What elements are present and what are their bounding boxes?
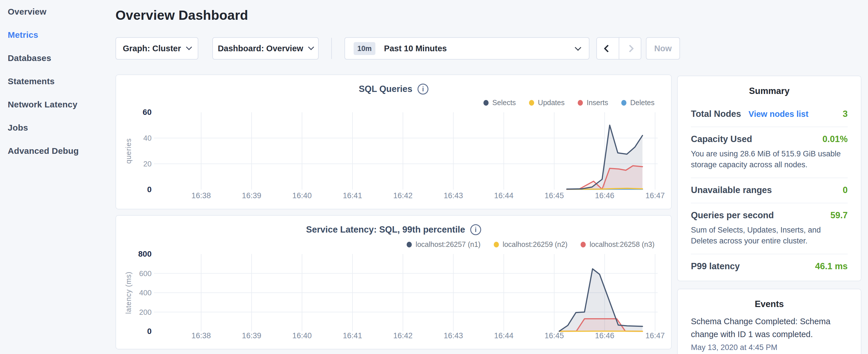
svg-text:16:40: 16:40 [292, 331, 312, 340]
svg-text:0: 0 [147, 327, 152, 336]
sidebar-item-network-latency[interactable]: Network Latency [0, 93, 109, 116]
svg-text:16:43: 16:43 [443, 331, 463, 340]
svg-text:800: 800 [138, 250, 152, 258]
svg-text:16:46: 16:46 [595, 331, 614, 340]
summary-row-label: P99 latency [691, 261, 740, 271]
svg-text:16:46: 16:46 [595, 191, 614, 200]
summary-row-total-nodes: Total NodesView nodes list3 [691, 102, 848, 127]
graph-dropdown[interactable]: Graph: Cluster [116, 37, 198, 60]
summary-row-queries-per-second: Queries per second59.7Sum of Selects, Up… [691, 203, 848, 254]
chevron-down-icon [575, 44, 582, 51]
time-forward-button[interactable] [619, 38, 641, 59]
summary-row-head: Unavailable ranges0 [691, 185, 848, 195]
sidebar-item-databases[interactable]: Databases [0, 46, 109, 70]
svg-text:queries: queries [124, 138, 132, 164]
svg-text:16:39: 16:39 [242, 331, 261, 340]
events-title: Events [678, 299, 861, 309]
summary-row-p99-latency: P99 latency46.1 ms [691, 254, 848, 279]
summary-row-label: Unavailable ranges [691, 185, 772, 195]
page-title: Overview Dashboard [116, 7, 248, 23]
svg-text:16:38: 16:38 [191, 331, 211, 340]
summary-row-desc: You are using 28.6 MiB of 515.9 GiB usab… [691, 148, 848, 170]
dashboard-dropdown-label: Dashboard: Overview [218, 44, 303, 53]
summary-row-head: Capacity Used0.01% [691, 134, 848, 144]
svg-text:16:41: 16:41 [343, 191, 362, 200]
graph-dropdown-label: Graph: Cluster [123, 44, 181, 53]
summary-row-label: Total Nodes [691, 109, 741, 119]
summary-row-unavailable-ranges: Unavailable ranges0 [691, 178, 848, 203]
summary-row-value: 0.01% [823, 134, 848, 144]
sidebar-item-overview[interactable]: Overview [0, 0, 109, 23]
svg-text:16:39: 16:39 [242, 191, 261, 200]
summary-row-label: Capacity Used [691, 134, 752, 144]
time-nav-button-group [596, 37, 641, 60]
summary-title: Summary [678, 86, 861, 96]
chevron-left-icon [604, 45, 612, 53]
sidebar-item-advanced-debug[interactable]: Advanced Debug [0, 139, 109, 162]
summary-row-value: 59.7 [831, 210, 848, 221]
summary-panel: Summary Total NodesView nodes list3Capac… [677, 75, 861, 281]
svg-text:40: 40 [143, 134, 152, 142]
svg-text:16:44: 16:44 [494, 191, 514, 200]
event-text: Schema Change Completed: Schema change w… [691, 315, 848, 341]
toolbar-divider [331, 38, 332, 59]
svg-text:16:40: 16:40 [292, 191, 312, 200]
sidebar-item-jobs[interactable]: Jobs [0, 116, 109, 139]
summary-row-label: Queries per second [691, 210, 774, 221]
summary-row-desc: Sum of Selects, Updates, Inserts, and De… [691, 225, 848, 246]
summary-row-value: 46.1 ms [815, 261, 848, 271]
summary-row-head: Total NodesView nodes list3 [691, 109, 848, 119]
chevron-right-icon [626, 45, 634, 53]
chart-svg-1[interactable]: 16:3816:3916:4016:4116:4216:4316:4416:45… [116, 216, 671, 349]
svg-text:16:45: 16:45 [545, 331, 564, 340]
sidebar-item-statements[interactable]: Statements [0, 70, 109, 93]
sidebar-nav: OverviewMetricsDatabasesStatementsNetwor… [0, 0, 109, 162]
chart-svg-0[interactable]: 16:3816:3916:4016:4116:4216:4316:4416:45… [116, 75, 671, 209]
svg-text:16:47: 16:47 [645, 191, 665, 200]
svg-text:600: 600 [139, 269, 152, 278]
svg-text:16:42: 16:42 [393, 331, 413, 340]
svg-text:latency (ms): latency (ms) [124, 271, 132, 314]
svg-text:16:42: 16:42 [393, 191, 413, 200]
sidebar-item-metrics[interactable]: Metrics [0, 23, 109, 46]
summary-row-value: 3 [843, 109, 848, 119]
event-item[interactable]: Schema Change Completed: Schema change w… [691, 315, 848, 352]
svg-text:60: 60 [143, 108, 152, 117]
time-range-badge: 10m [353, 42, 375, 55]
dashboard-dropdown[interactable]: Dashboard: Overview [212, 37, 319, 60]
summary-row-value: 0 [843, 185, 848, 195]
svg-text:16:45: 16:45 [545, 191, 564, 200]
summary-row-head: P99 latency46.1 ms [691, 261, 848, 271]
svg-text:16:47: 16:47 [645, 331, 665, 340]
event-timestamp: May 13, 2020 at 4:45 PM [691, 343, 848, 352]
svg-text:16:41: 16:41 [343, 331, 362, 340]
summary-row-head: Queries per second59.7 [691, 210, 848, 221]
svg-text:16:38: 16:38 [191, 191, 211, 200]
svg-text:400: 400 [139, 288, 152, 297]
summary-rows: Total NodesView nodes list3Capacity Used… [678, 102, 861, 279]
svg-text:200: 200 [139, 308, 152, 317]
chevron-down-icon [186, 44, 192, 50]
svg-text:20: 20 [143, 160, 152, 168]
events-panel: Events Schema Change Completed: Schema c… [677, 289, 861, 354]
svg-text:0: 0 [147, 185, 152, 194]
svg-text:16:43: 16:43 [443, 191, 463, 200]
time-range-dropdown[interactable]: 10m Past 10 Minutes [344, 37, 589, 60]
chevron-down-icon [308, 44, 314, 50]
service-latency-chart-card: Service Latency: SQL, 99th percentile i … [116, 215, 672, 349]
view-nodes-link[interactable]: View nodes list [748, 109, 808, 119]
sql-queries-chart-card: SQL Queries i SelectsUpdatesInsertsDelet… [116, 74, 672, 210]
svg-text:16:44: 16:44 [494, 331, 514, 340]
summary-row-capacity-used: Capacity Used0.01%You are using 28.6 MiB… [691, 127, 848, 178]
time-back-button[interactable] [597, 38, 619, 59]
time-range-label: Past 10 Minutes [384, 44, 447, 53]
events-list: Schema Change Completed: Schema change w… [678, 315, 861, 352]
now-button[interactable]: Now [646, 37, 680, 60]
